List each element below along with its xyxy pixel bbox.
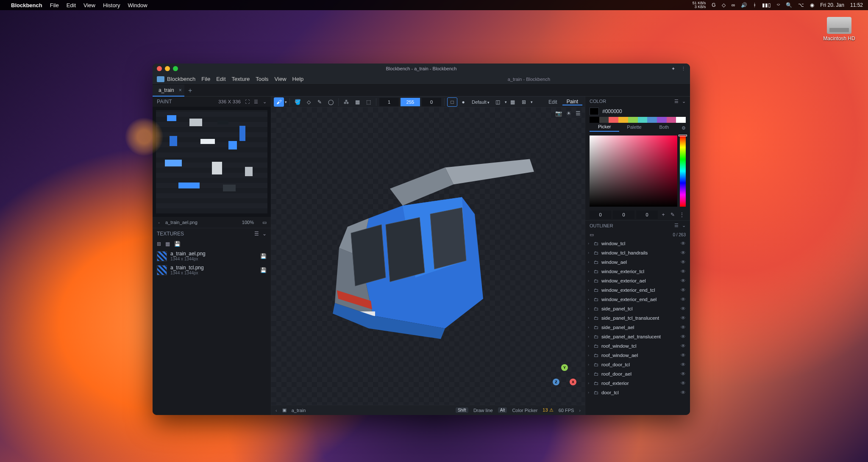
- add-texture-icon[interactable]: ⊞: [157, 241, 161, 247]
- eraser-tool-icon[interactable]: ◇: [303, 97, 314, 107]
- outliner-item[interactable]: ›🗀window_exterior_tcl👁: [585, 267, 690, 276]
- menu-edit[interactable]: Edit: [216, 76, 225, 82]
- brush-tool-icon[interactable]: 🖌: [274, 97, 284, 107]
- battery-icon[interactable]: ▮▮▯: [762, 2, 771, 8]
- chevron-right-icon[interactable]: ›: [588, 344, 592, 348]
- add-swatch-icon[interactable]: +: [659, 212, 667, 218]
- mac-menu-window[interactable]: Window: [128, 2, 147, 8]
- add-tab-button[interactable]: +: [184, 87, 196, 94]
- visibility-toggle-icon[interactable]: 👁: [681, 268, 686, 274]
- panel-options-icon[interactable]: ☰: [254, 99, 258, 105]
- square-brush-icon[interactable]: □: [447, 97, 457, 107]
- uv-nav-prev[interactable]: -: [157, 220, 161, 225]
- menu-file[interactable]: File: [201, 76, 210, 82]
- visibility-toggle-icon[interactable]: 👁: [681, 324, 686, 330]
- tab-close-icon[interactable]: ×: [179, 87, 182, 93]
- light-icon[interactable]: ☀: [566, 110, 571, 116]
- color-palette[interactable]: [585, 117, 690, 123]
- outliner-item[interactable]: ›🗀side_panel_tcl_translucent👁: [585, 313, 690, 323]
- outliner-item[interactable]: ›🗀roof_window_ael👁: [585, 351, 690, 360]
- visibility-toggle-icon[interactable]: 👁: [681, 390, 686, 396]
- tab-project[interactable]: a_train ×: [153, 85, 184, 97]
- menu-help[interactable]: Help: [292, 76, 304, 82]
- hue-slider[interactable]: [680, 136, 686, 207]
- outliner-item[interactable]: ›🗀door_tcl👁: [585, 388, 690, 397]
- outliner-item[interactable]: ›🗀window_exterior_ael👁: [585, 276, 690, 285]
- menu-tools[interactable]: Tools: [256, 76, 268, 82]
- outliner-item[interactable]: ›🗀side_panel_tcl👁: [585, 304, 690, 313]
- outliner-item[interactable]: ›🗀roof_door_tcl👁: [585, 360, 690, 369]
- outliner-item[interactable]: ›🗀window_tcl_handrails👁: [585, 248, 690, 257]
- save-textures-icon[interactable]: 💾: [174, 241, 181, 247]
- visibility-toggle-icon[interactable]: 👁: [681, 306, 686, 312]
- outliner-item[interactable]: ›🗀roof_window_tcl👁: [585, 341, 690, 351]
- color-picker[interactable]: [585, 133, 690, 209]
- brush-size-input[interactable]: 1: [379, 98, 399, 106]
- outliner-item[interactable]: ›🗀window_tcl👁: [585, 239, 690, 248]
- color-swatch[interactable]: [590, 108, 599, 115]
- axis-z-icon[interactable]: Z: [553, 379, 559, 385]
- siri-icon[interactable]: ◉: [810, 2, 814, 8]
- wifi-icon[interactable]: ⌔: [777, 2, 780, 8]
- visibility-toggle-icon[interactable]: 👁: [681, 315, 686, 321]
- panel-options-icon[interactable]: ☰: [674, 99, 679, 104]
- chevron-right-icon[interactable]: ›: [588, 316, 592, 320]
- lock-icon[interactable]: ▦: [352, 97, 362, 107]
- chevron-right-icon[interactable]: ›: [588, 251, 592, 255]
- frame-icon[interactable]: ⬚: [363, 97, 373, 107]
- save-icon[interactable]: 💾: [260, 253, 267, 259]
- chevron-right-icon[interactable]: ›: [588, 335, 592, 339]
- camera-icon[interactable]: 📷: [555, 110, 562, 116]
- visibility-toggle-icon[interactable]: 👁: [681, 362, 686, 368]
- grid-icon[interactable]: ▦: [508, 97, 518, 107]
- menubar-icon[interactable]: ◇: [722, 2, 726, 8]
- axis-y-icon[interactable]: Y: [561, 364, 568, 371]
- visibility-toggle-icon[interactable]: 👁: [681, 343, 686, 349]
- visibility-toggle-icon[interactable]: 👁: [681, 287, 686, 293]
- chevron-right-icon[interactable]: ›: [588, 372, 592, 376]
- chevron-right-icon[interactable]: ›: [588, 241, 592, 246]
- tab-picker[interactable]: Picker: [590, 124, 619, 132]
- outliner-item[interactable]: ›🗀roof_door_ael👁: [585, 369, 690, 379]
- visibility-toggle-icon[interactable]: 👁: [681, 352, 686, 358]
- search-icon[interactable]: 🔍: [786, 2, 792, 8]
- visibility-toggle-icon[interactable]: 👁: [681, 241, 686, 246]
- circle-brush-icon[interactable]: ●: [458, 97, 468, 107]
- visibility-toggle-icon[interactable]: 👁: [681, 296, 686, 302]
- menu-view[interactable]: View: [275, 76, 287, 82]
- uv-layout-icon[interactable]: ▭: [262, 220, 267, 225]
- rgb-r-input[interactable]: 0: [590, 210, 611, 219]
- panel-options-icon[interactable]: ☰: [674, 223, 679, 228]
- menubar-time[interactable]: 11:52: [850, 2, 863, 8]
- control-center-icon[interactable]: ⌥: [798, 2, 804, 8]
- viewport-options-icon[interactable]: ☰: [576, 110, 581, 116]
- visibility-toggle-icon[interactable]: 👁: [681, 278, 686, 284]
- chevron-right-icon[interactable]: ›: [588, 381, 592, 385]
- visibility-toggle-icon[interactable]: 👁: [681, 259, 686, 265]
- axis-x-icon[interactable]: X: [570, 379, 576, 385]
- picker-tool-icon[interactable]: ✎: [314, 97, 325, 107]
- new-texture-icon[interactable]: ▦: [165, 241, 170, 247]
- mirror-icon[interactable]: ⁂: [341, 97, 351, 107]
- outliner-item[interactable]: ›🗀side_panel_ael_translucent👁: [585, 332, 690, 341]
- layout-icon[interactable]: ◫: [493, 97, 503, 107]
- fill-tool-icon[interactable]: 🪣: [292, 97, 303, 107]
- chevron-right-icon[interactable]: ›: [588, 260, 592, 264]
- shape-tool-icon[interactable]: ◯: [326, 97, 336, 107]
- mac-menu-history[interactable]: History: [103, 2, 120, 8]
- chevron-right-icon[interactable]: ›: [588, 325, 592, 329]
- rgb-g-input[interactable]: 0: [613, 210, 634, 219]
- chevron-down-icon[interactable]: ⌄: [682, 99, 686, 104]
- outliner-item[interactable]: ›🗀window_ael👁: [585, 257, 690, 267]
- axis-gizmo[interactable]: Y X Z: [553, 364, 576, 388]
- outliner-tool-icon[interactable]: ▭: [590, 232, 594, 238]
- fullscreen-icon[interactable]: ⛶: [245, 99, 250, 104]
- plugin-icon[interactable]: ✦: [671, 66, 675, 72]
- visibility-toggle-icon[interactable]: 👁: [681, 380, 686, 386]
- mac-menu-file[interactable]: File: [50, 2, 59, 8]
- issues-count[interactable]: 13 ⚠: [542, 407, 553, 413]
- mac-menu-edit[interactable]: Edit: [67, 2, 76, 8]
- status-nav-prev[interactable]: ‹: [275, 408, 277, 413]
- save-icon[interactable]: 💾: [260, 267, 267, 273]
- grid2-icon[interactable]: ⊞: [519, 97, 529, 107]
